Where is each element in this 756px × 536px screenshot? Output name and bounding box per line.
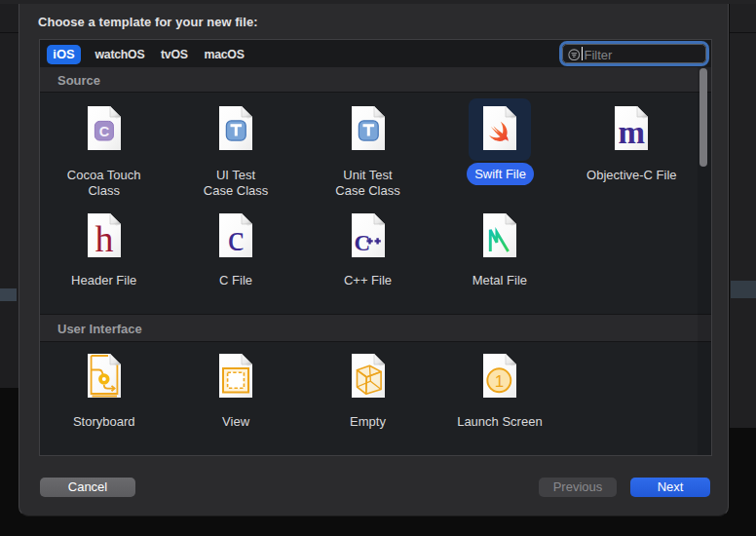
svg-text:1: 1 — [495, 372, 504, 391]
svg-text:C: C — [354, 231, 370, 255]
svg-text:c: c — [228, 217, 245, 257]
svg-text:m: m — [619, 115, 646, 150]
svg-text:C: C — [98, 123, 109, 138]
svg-text:h: h — [94, 218, 113, 257]
